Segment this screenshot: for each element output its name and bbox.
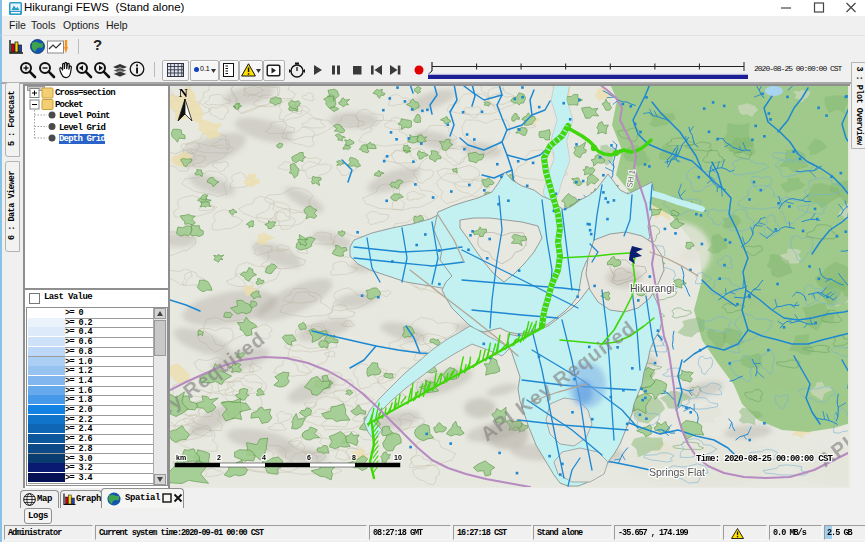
svg-text:2: 2 — [217, 454, 221, 461]
svg-text:10: 10 — [394, 454, 402, 461]
svg-text:Hikurangi: Hikurangi — [630, 282, 674, 294]
svg-text:6: 6 — [307, 454, 311, 461]
svg-text:4: 4 — [262, 454, 266, 461]
svg-text:8: 8 — [352, 454, 356, 461]
svg-text:km: km — [176, 454, 186, 461]
svg-text:Time: 2020-08-25 00:00:00 CST: Time: 2020-08-25 00:00:00 CST — [696, 454, 834, 464]
svg-text:N: N — [179, 86, 188, 100]
svg-text:Springs Flat: Springs Flat — [649, 466, 705, 478]
